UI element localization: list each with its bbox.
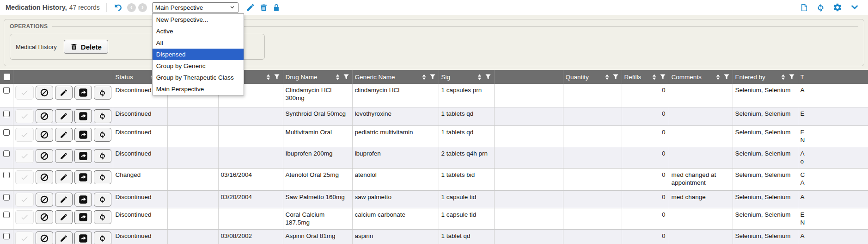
refresh-row-button[interactable] xyxy=(94,149,111,163)
sort-icon[interactable] xyxy=(781,74,785,80)
row-checkbox[interactable] xyxy=(3,111,10,117)
cell-comments xyxy=(669,229,733,244)
refresh-row-button[interactable] xyxy=(94,170,111,184)
menu-item-all[interactable]: All xyxy=(153,37,244,49)
edit-button[interactable] xyxy=(55,149,73,163)
sort-icon[interactable] xyxy=(477,74,482,80)
filter-icon[interactable] xyxy=(274,74,280,80)
filter-icon[interactable] xyxy=(430,74,435,80)
block-button[interactable] xyxy=(36,109,53,123)
back-icon[interactable]: ‹ xyxy=(127,3,136,12)
column-label: Entered by xyxy=(735,74,765,81)
sort-icon[interactable] xyxy=(266,74,270,80)
menu-item-group-by-therapeutic-class[interactable]: Group by Therapeutic Class xyxy=(153,72,244,83)
column-header-sig[interactable]: Sig xyxy=(439,70,494,84)
move-button[interactable] xyxy=(74,86,92,100)
refresh-row-button[interactable] xyxy=(94,193,111,206)
row-checkbox[interactable] xyxy=(3,233,10,239)
block-button[interactable] xyxy=(36,86,53,100)
move-button[interactable] xyxy=(74,128,92,142)
menu-item-main-perspective[interactable]: Main Perspective xyxy=(153,83,244,95)
block-button[interactable] xyxy=(36,193,53,206)
edit-button[interactable] xyxy=(55,86,73,100)
column-header-quantity[interactable]: Quantity xyxy=(563,70,622,84)
row-checkbox[interactable] xyxy=(3,129,10,136)
cell-status: Discontinued xyxy=(113,229,167,244)
filter-icon[interactable] xyxy=(485,74,491,80)
refresh-row-button[interactable] xyxy=(94,128,111,142)
delete-button-label: Delete xyxy=(81,43,102,51)
move-button[interactable] xyxy=(74,210,92,224)
row-checkbox[interactable] xyxy=(3,87,10,94)
filter-icon[interactable] xyxy=(724,74,729,80)
gear-icon[interactable] xyxy=(833,3,842,12)
cell-start-date xyxy=(167,125,218,147)
delete-perspective-icon[interactable] xyxy=(259,3,268,13)
filter-icon[interactable] xyxy=(343,74,349,80)
filter-icon[interactable] xyxy=(789,74,795,80)
refresh-row-button[interactable] xyxy=(94,86,111,100)
cell-end-date xyxy=(218,107,283,125)
move-button[interactable] xyxy=(74,170,92,184)
cell-refills: 0 xyxy=(622,107,669,125)
block-button[interactable] xyxy=(36,128,53,142)
move-button[interactable] xyxy=(74,109,92,123)
block-button[interactable] xyxy=(36,210,53,224)
row-checkbox[interactable] xyxy=(3,212,10,218)
move-button[interactable] xyxy=(74,149,92,163)
column-header-comments[interactable]: Comments xyxy=(669,70,733,84)
edit-button[interactable] xyxy=(55,128,73,142)
sort-icon[interactable] xyxy=(605,74,609,80)
sync-icon[interactable] xyxy=(816,3,825,13)
sort-icon[interactable] xyxy=(716,74,720,80)
undo-icon[interactable] xyxy=(113,3,123,13)
edit-button[interactable] xyxy=(55,231,73,244)
block-button[interactable] xyxy=(36,170,53,184)
move-button[interactable] xyxy=(74,231,92,244)
cell-status: Discontinued xyxy=(113,147,167,168)
row-checkbox[interactable] xyxy=(3,194,10,200)
row-checkbox[interactable] xyxy=(3,172,10,178)
cell-generic-name: calcium carbonate xyxy=(352,208,439,229)
cell-drug-name: Synthroid Oral 50mcg xyxy=(283,107,352,125)
column-header-entered-by[interactable]: Entered by xyxy=(733,70,798,84)
row-checkbox[interactable] xyxy=(3,150,10,157)
new-document-icon[interactable] xyxy=(800,3,808,13)
cell-spacer xyxy=(494,208,563,229)
lock-icon[interactable] xyxy=(272,3,281,13)
edit-button[interactable] xyxy=(55,210,73,224)
column-header-generic-name[interactable]: Generic Name xyxy=(352,70,439,84)
cell-therapeutic: A xyxy=(798,190,868,208)
sort-icon[interactable] xyxy=(652,74,656,80)
block-button[interactable] xyxy=(36,231,53,244)
edit-button[interactable] xyxy=(55,193,73,206)
sort-icon[interactable] xyxy=(336,74,340,80)
menu-item-active[interactable]: Active xyxy=(153,25,244,37)
column-header-refills[interactable]: Refills xyxy=(622,70,669,84)
refresh-row-button[interactable] xyxy=(94,210,111,224)
edit-perspective-icon[interactable] xyxy=(246,3,255,12)
edit-button[interactable] xyxy=(55,109,73,123)
column-label: Refills xyxy=(624,74,642,81)
menu-item-dispensed[interactable]: Dispensed xyxy=(153,49,244,60)
perspective-select[interactable]: Main Perspective xyxy=(152,2,238,13)
forward-icon[interactable]: › xyxy=(138,3,147,12)
select-all-checkbox[interactable] xyxy=(4,74,10,80)
refresh-row-button[interactable] xyxy=(94,109,111,123)
filter-icon[interactable] xyxy=(613,74,618,80)
column-header-drug-name[interactable]: Drug Name xyxy=(283,70,352,84)
menu-item-new-perspective[interactable]: New Perspective... xyxy=(153,14,244,25)
edit-button[interactable] xyxy=(55,170,73,184)
menu-item-group-by-generic[interactable]: Group by Generic xyxy=(153,60,244,72)
filter-icon[interactable] xyxy=(660,74,666,80)
block-button[interactable] xyxy=(36,149,53,163)
cell-quantity xyxy=(563,147,622,168)
refresh-row-button[interactable] xyxy=(94,231,111,244)
delete-button[interactable]: Delete xyxy=(64,40,108,54)
cell-therapeutic: E N xyxy=(798,208,868,229)
chevron-down-icon[interactable] xyxy=(850,2,860,13)
move-button[interactable] xyxy=(74,193,92,206)
cell-entered-by: Selenium, Selenium xyxy=(733,229,798,244)
cell-therapeutic: A o xyxy=(798,147,868,168)
sort-icon[interactable] xyxy=(422,74,426,80)
